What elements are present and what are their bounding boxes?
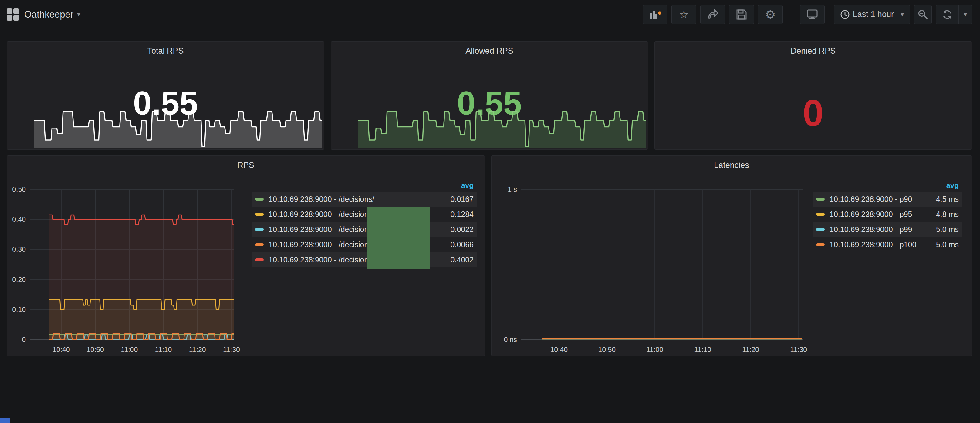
panel-total-rps: Total RPS 0.55 <box>7 41 325 150</box>
series-color-swatch <box>255 228 264 231</box>
add-panel-button[interactable] <box>643 5 668 24</box>
save-icon <box>736 9 747 20</box>
series-avg-value: 0.0167 <box>450 195 474 204</box>
time-range-picker[interactable]: Last 1 hour ▾ <box>834 5 910 24</box>
share-icon <box>706 8 719 21</box>
series-color-swatch <box>255 243 264 246</box>
svg-text:11:20: 11:20 <box>189 346 206 353</box>
latencies-legend: avg 10.10.69.238:9000 - p90 4.5 ms 10.10… <box>813 181 963 252</box>
clock-icon <box>840 10 850 19</box>
svg-text:11:10: 11:10 <box>155 346 172 353</box>
dashboard-grid-icon[interactable] <box>7 8 19 21</box>
legend-row: 10.10.69.238:9000 - /decisions/ 0.0066 <box>252 237 477 252</box>
series-name[interactable]: 10.10.69.238:9000 - p90 <box>829 195 936 204</box>
cycle-view-mode-button[interactable] <box>800 5 825 24</box>
svg-text:11:00: 11:00 <box>121 346 138 353</box>
grid-square <box>13 15 19 21</box>
refresh-interval-dropdown[interactable]: ▾ <box>958 5 972 24</box>
total-rps-sparkline <box>34 108 322 149</box>
gear-icon: ⚙ <box>765 8 776 21</box>
grid-square <box>7 8 12 14</box>
dashboard-title-caret-icon[interactable]: ▾ <box>77 11 80 19</box>
panel-title[interactable]: Denied RPS <box>655 46 972 56</box>
series-avg-value: 0.0022 <box>450 225 474 234</box>
series-name[interactable]: 10.10.69.238:9000 - /decisions/ <box>269 195 450 204</box>
panel-denied-rps: Denied RPS 0 <box>654 41 972 150</box>
legend-row: 10.10.69.238:9000 - p99 5.0 ms <box>813 222 963 237</box>
corner-blue-strip <box>0 418 10 423</box>
stat-value-denied-rps: 0 <box>655 92 972 134</box>
save-dashboard-button[interactable] <box>729 5 754 24</box>
svg-text:0.40: 0.40 <box>12 215 26 223</box>
series-name[interactable]: 10.10.69.238:9000 - p95 <box>829 210 936 219</box>
share-dashboard-button[interactable] <box>700 5 725 24</box>
svg-text:11:30: 11:30 <box>223 346 240 353</box>
zoom-out-icon <box>918 9 928 20</box>
series-avg-value: 0.1284 <box>450 210 474 219</box>
svg-text:11:20: 11:20 <box>742 346 759 353</box>
panel-allowed-rps: Allowed RPS 0.55 <box>331 41 648 150</box>
svg-text:0.50: 0.50 <box>12 185 26 193</box>
refresh-icon <box>942 9 953 20</box>
refresh-dashboard-button[interactable] <box>936 5 958 24</box>
series-color-swatch <box>255 198 264 201</box>
series-avg-value: 5.0 ms <box>936 240 959 249</box>
grid-square <box>13 8 19 14</box>
time-range-caret-icon: ▾ <box>900 11 904 19</box>
svg-text:0.10: 0.10 <box>12 306 26 314</box>
series-color-swatch <box>816 228 825 231</box>
add-panel-icon <box>649 8 662 21</box>
svg-text:0.30: 0.30 <box>12 246 26 253</box>
series-color-swatch <box>816 198 825 201</box>
svg-text:11:00: 11:00 <box>646 346 663 353</box>
series-avg-value: 5.0 ms <box>936 225 959 234</box>
settings-button[interactable]: ⚙ <box>758 5 783 24</box>
legend-avg-header[interactable]: avg <box>813 181 963 192</box>
refresh-caret-icon: ▾ <box>964 11 967 19</box>
series-color-swatch <box>255 213 264 216</box>
series-color-swatch <box>816 213 825 216</box>
legend-row: 10.10.69.238:9000 - /decisions/ 0.0167 <box>252 192 477 207</box>
svg-text:10:40: 10:40 <box>550 346 568 353</box>
panel-latencies: Latencies 0 ns1 s10:4010:5011:0011:1011:… <box>491 155 972 356</box>
legend-row: 10.10.69.238:9000 - /decisions/ 0.0022 <box>252 222 477 237</box>
svg-text:0.20: 0.20 <box>12 276 26 284</box>
svg-text:1 s: 1 s <box>508 185 517 193</box>
star-icon: ☆ <box>679 9 689 20</box>
zoom-out-time-button[interactable] <box>914 5 932 24</box>
legend-row: 10.10.69.238:9000 - p90 4.5 ms <box>813 192 963 207</box>
rps-legend: avg 10.10.69.238:9000 - /decisions/ 0.01… <box>252 181 477 267</box>
svg-text:0: 0 <box>22 336 26 344</box>
dashboard-title[interactable]: Oathkeeper <box>24 9 73 20</box>
panel-title[interactable]: Allowed RPS <box>331 46 648 56</box>
series-avg-value: 0.4002 <box>450 255 474 264</box>
series-avg-value: 4.5 ms <box>936 195 959 204</box>
series-name[interactable]: 10.10.69.238:9000 - p100 <box>829 240 936 249</box>
series-color-swatch <box>816 243 825 246</box>
svg-text:10:40: 10:40 <box>52 346 70 353</box>
monitor-icon <box>806 8 818 21</box>
svg-text:10:50: 10:50 <box>598 346 616 353</box>
grid-square <box>7 15 12 21</box>
svg-text:10:50: 10:50 <box>86 346 104 353</box>
svg-text:11:10: 11:10 <box>694 346 711 353</box>
svg-text:11:30: 11:30 <box>790 346 807 353</box>
time-range-label: Last 1 hour <box>853 10 894 19</box>
legend-row: 10.10.69.238:9000 - p100 5.0 ms <box>813 237 963 252</box>
svg-text:0 ns: 0 ns <box>504 336 517 344</box>
legend-row: 10.10.69.238:9000 - p95 4.8 ms <box>813 207 963 222</box>
legend-row: 10.10.69.238:9000 - /decisions/ 0.1284 <box>252 207 477 222</box>
star-dashboard-button[interactable]: ☆ <box>671 5 696 24</box>
panel-title[interactable]: Total RPS <box>7 46 324 56</box>
allowed-rps-sparkline <box>358 108 646 149</box>
series-avg-value: 0.0066 <box>450 240 474 249</box>
series-avg-value: 4.8 ms <box>936 210 959 219</box>
series-name[interactable]: 10.10.69.238:9000 - p99 <box>829 225 936 234</box>
legend-row: 10.10.69.238:9000 - /decisions/ 0.4002 <box>252 252 477 267</box>
top-nav-bar: Oathkeeper ▾ ☆ <box>0 0 980 29</box>
legend-avg-header[interactable]: avg <box>252 181 477 192</box>
green-overlay-box <box>366 207 430 269</box>
series-color-swatch <box>255 258 264 261</box>
